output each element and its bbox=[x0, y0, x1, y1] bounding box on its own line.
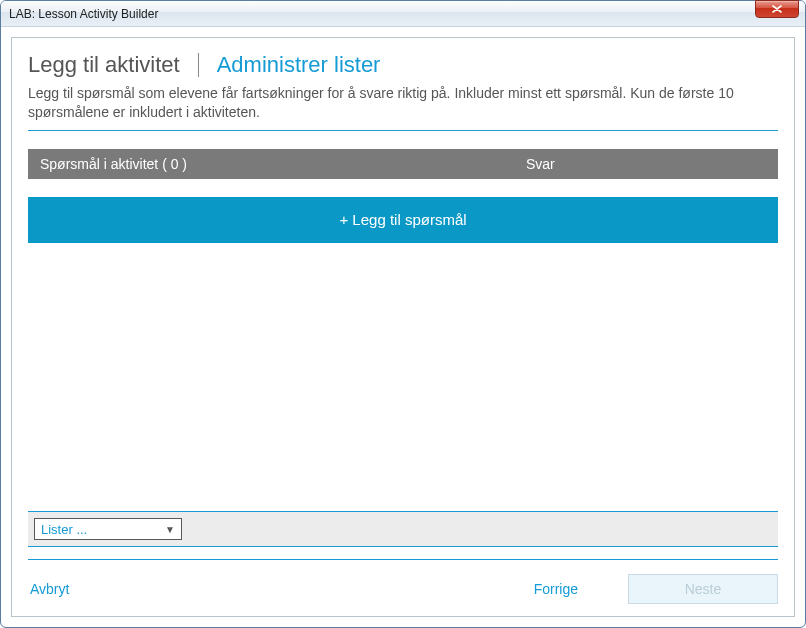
window-title: LAB: Lesson Activity Builder bbox=[9, 7, 801, 21]
question-table-header: Spørsmål i aktivitet ( 0 ) Svar bbox=[28, 149, 778, 179]
chevron-down-icon: ▼ bbox=[165, 524, 175, 535]
dropdown-selected: Lister ... bbox=[41, 522, 165, 537]
description-text: Legg til spørsmål som elevene får fartsø… bbox=[28, 84, 778, 122]
spacer bbox=[28, 179, 778, 197]
dialog-window: LAB: Lesson Activity Builder Legg til ak… bbox=[0, 0, 806, 628]
spacer bbox=[28, 547, 778, 559]
next-button: Neste bbox=[628, 574, 778, 604]
header-answers: Svar bbox=[526, 156, 766, 172]
dropdown-row: Lister ... ▼ bbox=[28, 512, 778, 546]
tab-bar: Legg til aktivitet Administrer lister bbox=[28, 52, 778, 78]
content-panel: Legg til aktivitet Administrer lister Le… bbox=[11, 37, 795, 617]
previous-button[interactable]: Forrige bbox=[524, 575, 588, 603]
content-wrap: Legg til aktivitet Administrer lister Le… bbox=[1, 27, 805, 627]
lists-dropdown[interactable]: Lister ... ▼ bbox=[34, 518, 182, 540]
tab-add-activity[interactable]: Legg til aktivitet bbox=[28, 52, 180, 78]
footer-bar: Avbryt Forrige Neste bbox=[28, 560, 778, 604]
cancel-button[interactable]: Avbryt bbox=[28, 577, 71, 601]
add-question-label: + Legg til spørsmål bbox=[339, 211, 466, 228]
close-button[interactable] bbox=[755, 0, 799, 18]
tab-manage-lists[interactable]: Administrer lister bbox=[217, 52, 381, 78]
titlebar: LAB: Lesson Activity Builder bbox=[1, 1, 805, 27]
close-icon bbox=[772, 5, 782, 13]
tab-separator bbox=[198, 53, 199, 77]
add-question-button[interactable]: + Legg til spørsmål bbox=[28, 197, 778, 243]
empty-area bbox=[28, 243, 778, 511]
spacer bbox=[28, 131, 778, 149]
header-questions: Spørsmål i aktivitet ( 0 ) bbox=[40, 156, 526, 172]
